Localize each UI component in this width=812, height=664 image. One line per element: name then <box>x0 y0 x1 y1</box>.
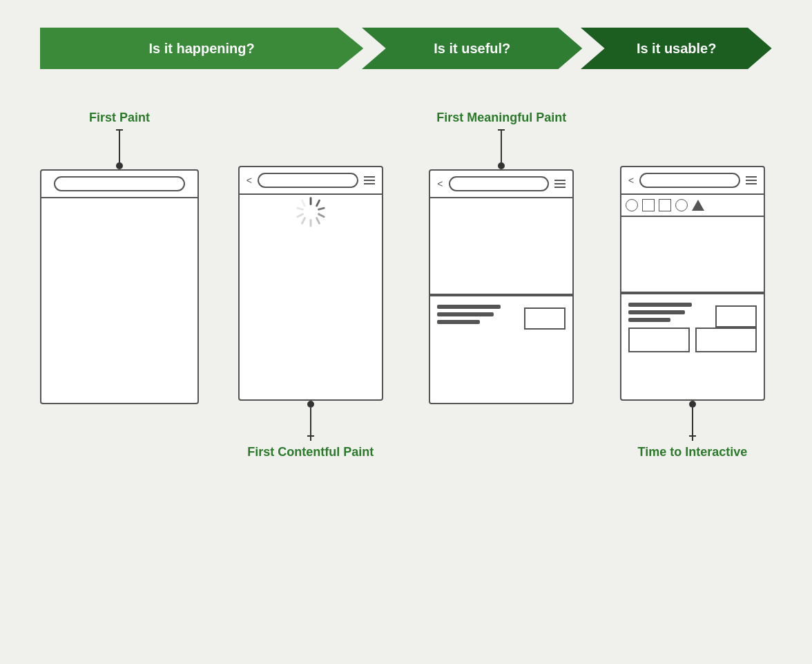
banner: Is it happening? Is it useful? Is it usa… <box>40 28 772 69</box>
tab-icon-square1 <box>642 199 655 211</box>
menu4-line-1 <box>746 176 757 178</box>
mockup3-button <box>524 307 566 330</box>
mockup3-back: < <box>437 178 443 189</box>
time-interactive-tick <box>692 435 693 441</box>
mockup3-image <box>430 198 572 295</box>
first-paint-connector-above: First Paint <box>89 111 150 169</box>
menu3-line-2 <box>554 183 566 184</box>
mockup3-text-lines <box>437 305 508 324</box>
banner-arrow-1: Is it happening? <box>40 28 363 69</box>
banner-arrow-2: Is it useful? <box>362 28 582 69</box>
mockup2-menu <box>364 176 375 184</box>
mockup1-header <box>41 171 197 198</box>
banner-label-3: Is it usable? <box>637 41 717 57</box>
banner-label-1: Is it happening? <box>148 41 254 57</box>
first-contentful-tick <box>310 435 311 441</box>
line3 <box>437 320 479 324</box>
first-meaningful-connector-above: First Meaningful Paint <box>436 111 566 169</box>
tab-icon-circle2 <box>675 199 688 211</box>
mockup4-back: < <box>628 175 634 186</box>
time-interactive-label: Time to Interactive <box>638 445 748 459</box>
time-interactive-connector-below: Time to Interactive <box>638 401 748 459</box>
tab-icon-triangle <box>692 200 704 211</box>
mockup3-menu <box>554 180 566 188</box>
time-interactive-dot <box>689 401 696 408</box>
first-contentful-dot <box>307 401 314 408</box>
mockup-first-paint <box>40 169 199 404</box>
mockup3-header: < <box>430 171 572 198</box>
first-meaningful-tick <box>501 129 502 135</box>
line4-3 <box>628 318 670 322</box>
svg-line-9 <box>302 218 304 224</box>
svg-line-10 <box>297 214 302 217</box>
menu3-line-3 <box>554 187 566 188</box>
tab-icon-circle1 <box>626 199 638 211</box>
mockup2-searchbar <box>258 173 358 188</box>
mockup4-content <box>621 293 764 361</box>
menu3-line-1 <box>554 180 566 181</box>
first-contentful-label: First Contentful Paint <box>247 445 374 459</box>
line1 <box>437 305 501 309</box>
svg-line-5 <box>318 208 324 209</box>
banner-label-2: Is it useful? <box>434 41 510 57</box>
first-contentful-connector-below: First Contentful Paint <box>247 401 374 459</box>
mockup2-spinner <box>240 195 382 228</box>
menu4-line-2 <box>746 180 757 181</box>
mockup4-image <box>621 217 764 293</box>
col-time-interactive: < <box>613 166 772 459</box>
first-contentful-line <box>310 408 311 435</box>
menu-line-1 <box>364 176 375 178</box>
mockup4-body <box>621 217 764 361</box>
mockup-first-meaningful: < <box>429 169 574 404</box>
menu-line-3 <box>364 183 375 184</box>
first-paint-tick <box>119 129 120 135</box>
mockup4-searchbar <box>639 173 740 188</box>
mockup4-text-lines <box>628 303 699 322</box>
line2 <box>437 312 494 316</box>
bottom-btn-1 <box>628 328 690 352</box>
col-first-contentful: < <box>231 166 390 459</box>
banner-arrow-3: Is it usable? <box>581 28 772 69</box>
mockups-area: First Paint < <box>40 111 772 459</box>
svg-line-11 <box>297 208 302 209</box>
mockup4-menu <box>746 176 757 184</box>
mockup3-content <box>430 295 572 338</box>
loading-spinner-svg <box>294 195 327 228</box>
svg-line-4 <box>316 200 319 206</box>
col-first-paint: First Paint <box>40 111 199 404</box>
first-meaningful-dot <box>498 162 505 169</box>
mockup1-searchbar <box>54 176 185 191</box>
mockup2-back: < <box>246 175 252 186</box>
first-meaningful-label: First Meaningful Paint <box>436 111 566 125</box>
time-interactive-line <box>692 408 693 435</box>
mockup3-body <box>430 198 572 338</box>
menu4-line-3 <box>746 183 757 184</box>
first-meaningful-line <box>501 135 502 162</box>
line4-2 <box>628 310 685 314</box>
first-paint-label: First Paint <box>89 111 150 125</box>
svg-line-7 <box>316 218 319 224</box>
first-paint-dot <box>116 162 123 169</box>
mockup4-tabs <box>621 195 764 217</box>
mockup4-header: < <box>621 167 764 195</box>
menu-line-2 <box>364 180 375 181</box>
tab-icon-square2 <box>659 199 671 211</box>
mockup-time-interactive: < <box>620 166 765 401</box>
mockup2-header: < <box>240 167 382 195</box>
mockup3-searchbar <box>449 176 550 191</box>
bottom-btn-2 <box>695 328 757 352</box>
mockup-first-contentful: < <box>238 166 383 401</box>
mockup4-button <box>715 305 757 328</box>
col-first-meaningful: First Meaningful Paint < <box>422 111 581 404</box>
first-paint-line <box>119 135 120 162</box>
line4-1 <box>628 303 692 307</box>
mockup4-bottom-buttons <box>628 328 757 352</box>
svg-line-6 <box>318 214 324 217</box>
mockup2-body <box>240 195 382 228</box>
svg-line-12 <box>302 200 304 206</box>
